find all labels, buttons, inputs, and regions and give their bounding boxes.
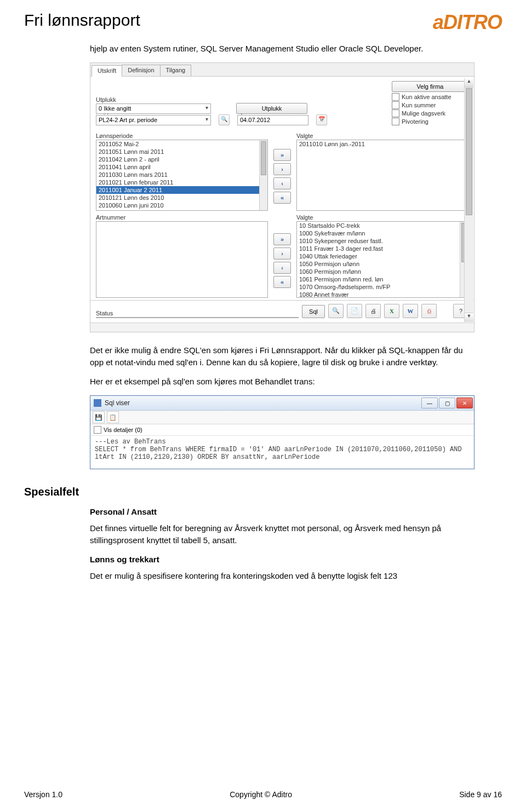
checkbox-mulige-dagsverk-label: Mulige dagsverk xyxy=(402,110,445,117)
footer-copyright: Copyright © Aditro xyxy=(230,790,292,799)
paragraph-2: Her er et eksempel på sql'en som kjøres … xyxy=(90,376,474,388)
checkbox-pivotering[interactable]: Pivotering xyxy=(392,118,468,125)
tab-tilgang[interactable]: Tilgang xyxy=(160,65,192,76)
list-item[interactable]: 1011 Fravær 1-3 dager red.fast xyxy=(297,245,468,252)
velg-firma-button[interactable]: Velg firma xyxy=(392,81,468,92)
section-heading: Spesialfelt xyxy=(24,486,502,498)
sub-heading-1: Personal / Ansatt xyxy=(90,506,474,518)
tab-utskrift[interactable]: Utskrift xyxy=(92,65,122,77)
list-item[interactable]: 1010 Sykepenger reduser fastl. xyxy=(297,237,468,245)
kjoredato-input[interactable] xyxy=(237,115,308,125)
page-icon[interactable]: 📄 xyxy=(347,304,362,318)
list-item[interactable]: 2011042 Lønn 2 - april xyxy=(96,156,267,163)
sql-text: ---Les av BehTrans SELECT * from BehTran… xyxy=(90,436,474,469)
calendar-icon[interactable]: 📅 xyxy=(316,114,327,125)
list-item[interactable]: 2011041 Lønn april xyxy=(96,163,267,171)
sql-button[interactable]: Sql xyxy=(302,305,325,318)
tab-definisjon[interactable]: Definisjon xyxy=(122,65,160,76)
details-checkbox[interactable] xyxy=(94,426,101,434)
valgte-label-2: Valgte xyxy=(296,214,468,221)
list-item[interactable]: 2011030 Lønn mars 2011 xyxy=(96,171,267,178)
checkbox-pivotering-label: Pivotering xyxy=(402,118,428,125)
intro-text: hjelp av enten System rutiner, SQL Serve… xyxy=(90,43,474,55)
sub-heading-2: Lønns og trekkart xyxy=(90,554,474,566)
checkbox-kun-summer-label: Kun summer xyxy=(402,102,436,108)
checkbox-kun-aktive[interactable]: Kun aktive ansatte xyxy=(392,93,468,101)
window-scrollbar[interactable]: ▲ ▼ xyxy=(464,78,473,322)
status-box xyxy=(96,317,299,318)
artnummer-list[interactable] xyxy=(96,221,268,298)
list-item[interactable]: 1080 Annet fravær xyxy=(297,291,468,298)
move-right-button[interactable]: › xyxy=(273,247,291,260)
list-item[interactable]: 2010050 Lønn mai 2010 xyxy=(96,209,267,211)
list-item[interactable]: 1061 Permisjon m/lønn red. løn xyxy=(297,275,468,283)
checkbox-mulige-dagsverk[interactable]: Mulige dagsverk xyxy=(392,110,468,117)
lonnsperiode-list[interactable]: 2011052 Mai-22011051 Lønn mai 2011201104… xyxy=(96,140,268,211)
utplukk-select[interactable] xyxy=(96,103,211,114)
details-label: Vis detaljer (0) xyxy=(104,427,142,433)
list-item[interactable]: 10 Startsaldo PC-trekk xyxy=(297,222,468,229)
status-label: Status xyxy=(96,310,299,316)
preview-icon[interactable]: 🔍 xyxy=(328,304,344,318)
bottom-strip xyxy=(90,323,474,332)
search-icon[interactable]: 🔍 xyxy=(219,114,230,125)
valgte-artnummer-list[interactable]: 10 Startsaldo PC-trekk1000 Sykefravær m/… xyxy=(296,221,468,298)
move-all-right-button[interactable]: » xyxy=(273,233,291,245)
valgte-label: Valgte xyxy=(296,133,468,139)
paragraph-1: Det er ikke mulig å endre SQL'en som kjø… xyxy=(90,344,474,368)
list-item[interactable]: 2011021 Lønn februar 2011 xyxy=(96,178,267,186)
list-item[interactable]: 1040 Uttak feriedager xyxy=(297,252,468,260)
checkbox-kun-summer[interactable]: Kun summer xyxy=(392,101,468,109)
move-left-button[interactable]: ‹ xyxy=(273,262,291,274)
pdf-icon[interactable]: ⎙ xyxy=(421,304,437,318)
tab-strip: Utskrift Definisjon Tilgang xyxy=(90,63,474,77)
word-icon[interactable]: W xyxy=(403,304,418,318)
sql-viewer-window: Sql viser — ▢ ✕ 💾 📋 Vis detaljer (0) ---… xyxy=(90,395,474,469)
list-item[interactable]: 1000 Sykefravær m/lønn xyxy=(297,229,468,237)
list-item[interactable]: 1060 Permisjon m/lønn xyxy=(297,268,468,275)
utplukk-label: Utplukk xyxy=(96,96,211,103)
list-item[interactable]: 2011052 Mai-2 xyxy=(96,140,267,148)
move-all-left-button[interactable]: « xyxy=(273,276,291,288)
excel-icon[interactable]: X xyxy=(384,304,399,318)
move-all-left-button[interactable]: « xyxy=(273,192,291,204)
maximize-button[interactable]: ▢ xyxy=(439,398,455,408)
minimize-button[interactable]: — xyxy=(421,398,438,408)
list-item[interactable]: 1050 Permisjon u/lønn xyxy=(297,260,468,268)
list-item[interactable]: 2011001 Januar 2 2011 xyxy=(96,186,267,194)
save-icon[interactable]: 💾 xyxy=(93,411,105,423)
sub-body-2: Det er mulig å spesifisere kontering fra… xyxy=(90,570,474,582)
move-left-button[interactable]: ‹ xyxy=(273,177,291,189)
artnummer-label: Artnummer xyxy=(96,214,268,221)
utplukk-button[interactable]: Utplukk xyxy=(236,103,307,114)
valgte-periode-list[interactable]: 2011010 Lønn jan.-2011 xyxy=(296,140,468,211)
scrollbar[interactable] xyxy=(259,140,267,210)
close-button[interactable]: ✕ xyxy=(456,398,473,408)
page-title: Fri lønnsrapport xyxy=(24,11,140,30)
list-item[interactable]: 2011010 Lønn jan.-2011 xyxy=(297,140,468,148)
copy-icon[interactable]: 📋 xyxy=(107,411,119,423)
footer-page: Side 9 av 16 xyxy=(459,790,502,799)
list-item[interactable]: 2011051 Lønn mai 2011 xyxy=(96,148,267,156)
window-title: Sql viser xyxy=(105,399,421,407)
list-item[interactable]: 1070 Omsorg-/fødselsperm. m/FP xyxy=(297,283,468,291)
print-icon[interactable]: 🖨 xyxy=(365,304,381,318)
report-form-window: Utskrift Definisjon Tilgang RapportID 🔍 … xyxy=(90,62,474,332)
brand-logo: aDITRO xyxy=(433,11,502,34)
move-right-button[interactable]: › xyxy=(273,163,291,175)
checkbox-kun-aktive-label: Kun aktive ansatte xyxy=(402,94,451,100)
footer-version: Versjon 1.0 xyxy=(24,790,62,799)
list-item[interactable]: 2010060 Lønn juni 2010 xyxy=(96,201,267,209)
sub-body-1: Det finnes virtuelle felt for beregning … xyxy=(90,522,474,546)
lonnsperiode-label: Lønnsperiode xyxy=(96,133,268,139)
rapportid-select[interactable] xyxy=(96,115,211,125)
list-item[interactable]: 2010121 Lønn des 2010 xyxy=(96,194,267,201)
move-all-right-button[interactable]: » xyxy=(273,149,291,161)
app-icon xyxy=(94,399,101,407)
